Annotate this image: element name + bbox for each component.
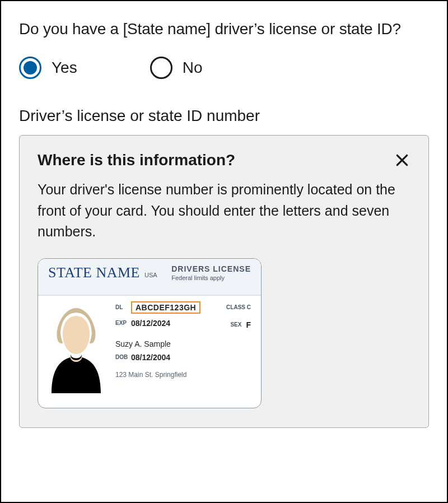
card-photo (46, 301, 106, 393)
card-address: 123 Main St. Springfield (115, 371, 251, 379)
card-sex-value: F (246, 320, 251, 329)
radio-option-no[interactable]: No (150, 57, 203, 79)
card-sex-label: SEX (230, 322, 241, 328)
radio-label-no: No (183, 59, 203, 77)
portrait-icon (46, 301, 106, 393)
help-body: Your driver's license number is prominen… (38, 179, 410, 243)
radio-icon-unselected (150, 57, 172, 79)
close-button[interactable] (394, 152, 410, 169)
card-exp-label: EXP (115, 320, 131, 326)
radio-icon-selected (19, 57, 41, 79)
radio-label-yes: Yes (52, 59, 77, 77)
question-text: Do you have a [State name] driver’s lice… (19, 18, 429, 40)
card-exp-value: 08/12/2024 (131, 319, 170, 328)
card-dob-row: DOB 08/12/2004 (115, 353, 251, 362)
card-info: DL ABCDEF123GH CLASS C EXP 08/12/2024 SE… (115, 301, 251, 393)
card-top-right: DRIVERS LICENSE Federal limits apply (171, 264, 251, 281)
card-usa: USA (144, 272, 157, 278)
card-name: Suzy A. Sample (115, 339, 251, 348)
radio-option-yes[interactable]: Yes (19, 57, 77, 79)
card-state-block: STATE NAME USA (48, 264, 157, 281)
card-header: STATE NAME USA DRIVERS LICENSE Federal l… (38, 259, 261, 296)
card-dl-row: DL ABCDEF123GH CLASS C (115, 301, 251, 314)
card-dl-title: DRIVERS LICENSE (171, 264, 251, 273)
card-state-name: STATE NAME (48, 264, 140, 281)
card-exp-row: EXP 08/12/2024 SEX F (115, 317, 251, 329)
card-class-label: CLASS C (226, 304, 251, 310)
license-card-illustration: STATE NAME USA DRIVERS LICENSE Federal l… (38, 258, 262, 408)
card-dob-label: DOB (115, 354, 131, 360)
card-body: DL ABCDEF123GH CLASS C EXP 08/12/2024 SE… (38, 296, 261, 393)
card-dob-value: 08/12/2004 (131, 353, 170, 362)
card-sex-block: SEX F (230, 320, 251, 329)
help-panel: Where is this information? Your driver's… (19, 135, 429, 428)
field-label: Driver’s license or state ID number (19, 107, 429, 125)
card-federal-text: Federal limits apply (171, 274, 251, 281)
form-frame: Do you have a [State name] driver’s lice… (0, 0, 448, 503)
card-dl-value: ABCDEF123GH (131, 301, 200, 314)
close-icon (395, 153, 409, 167)
help-header: Where is this information? (38, 151, 410, 169)
radio-group: Yes No (19, 57, 429, 79)
card-dl-label: DL (115, 304, 131, 310)
help-title: Where is this information? (38, 151, 235, 169)
